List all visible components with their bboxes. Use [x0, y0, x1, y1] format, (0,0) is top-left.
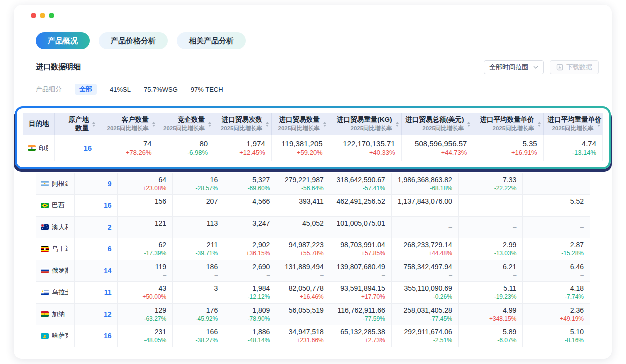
origin-count-value[interactable]: 11	[79, 288, 112, 296]
metric-cell: –	[523, 174, 590, 195]
column-header-7[interactable]: 进口贸易重量(KG)2025同比增长率	[329, 114, 402, 136]
metric-value[interactable]: 1,984	[228, 284, 270, 294]
metric-value[interactable]: 2,902	[228, 240, 270, 250]
country-label: 乌拉圭	[52, 288, 68, 297]
origin-count-value[interactable]: 16	[79, 202, 112, 210]
sort-icon[interactable]	[266, 122, 269, 127]
origin-count-value[interactable]: 14	[79, 267, 112, 275]
column-header-8[interactable]: 进口贸易总额(美元)2025同比增长率	[402, 114, 474, 136]
empty-value: –	[463, 224, 517, 231]
data-table-wrap: 阿根廷964+23.08%16-28.57%5,327-69.60%279,22…	[36, 173, 590, 348]
sort-icon[interactable]	[598, 122, 600, 127]
origin-count-value[interactable]: 9	[79, 180, 112, 188]
download-button[interactable]: 下载数据	[550, 60, 599, 74]
sort-icon[interactable]	[468, 122, 470, 127]
sort-icon[interactable]	[152, 122, 156, 127]
table-row[interactable]: 俄罗斯14119–186–2,690–131,889,494–139,807,6…	[36, 260, 590, 282]
column-header-10[interactable]: 进口平均重量单价2025同比增长率	[544, 114, 602, 136]
table-row[interactable]: 哈萨克斯坦16231-48.05%166-38.27%1,886-48.14%3…	[36, 326, 590, 347]
sort-icon[interactable]	[324, 122, 326, 127]
close-window-dot[interactable]	[31, 13, 36, 18]
growth-value: -0.26%	[396, 294, 452, 302]
metric-value[interactable]: 1,974	[218, 139, 266, 149]
metric-value: 5.11	[463, 284, 517, 294]
metric-value: 258,031,405.28	[396, 306, 452, 316]
filter-option-3[interactable]: 75.7%WSG	[144, 86, 178, 94]
metric-cell: 2.87-15.28%	[523, 238, 590, 260]
origin-count-value[interactable]: 16	[79, 332, 112, 340]
tab-2[interactable]: 产品价格分析	[99, 32, 168, 50]
metric-value[interactable]: 1,809	[228, 306, 270, 316]
growth-value: –	[527, 272, 584, 280]
metric-value: 207	[177, 197, 218, 206]
time-range-select[interactable]: 全部时间范围	[484, 60, 544, 74]
column-header-2[interactable]: 原产地数量	[55, 114, 98, 136]
column-header-9[interactable]: 进口平均数量单价2025同比增长率	[474, 114, 544, 136]
table-row[interactable]: 巴西16156–207–4,566–393,411–462,491,256.52…	[36, 195, 590, 216]
growth-value: -28.57%	[177, 185, 218, 193]
metric-value[interactable]: 5,327	[228, 176, 270, 185]
origin-count-value[interactable]: 16	[59, 144, 92, 152]
flag-ghana-icon	[41, 312, 49, 317]
zoom-window-dot[interactable]	[49, 13, 54, 18]
metric-value: 129	[122, 306, 166, 316]
metric-cell: 139,807,680.49–	[330, 260, 392, 282]
metric-value[interactable]: 4,566	[228, 197, 270, 206]
origin-count-cell: 16	[75, 326, 118, 347]
table-row[interactable]: 澳大利亚2121–113–3,247–45,052–101,005,075.01…	[36, 216, 590, 238]
growth-value: +49.19%	[527, 316, 584, 324]
metric-value: 116,762,911.66	[334, 306, 386, 316]
destination-cell: 澳大利亚	[36, 216, 75, 238]
column-header-6[interactable]: 进口贸易数量2025同比增长率	[272, 114, 329, 136]
metric-cell: 119,381,205+59.20%	[272, 136, 329, 162]
growth-value: +2.73%	[334, 337, 386, 345]
metric-cell: 1,886-48.14%	[224, 326, 276, 347]
table-row[interactable]: 乌干达662-17.39%211-39.71%2,902+36.15%94,98…	[36, 238, 590, 260]
column-header-3[interactable]: 客户数量2025同比增长率	[98, 114, 158, 136]
metric-cell: 166-38.27%	[173, 326, 224, 347]
metric-cell: 65,132,285.38+2.73%	[330, 326, 392, 347]
filter-option-1[interactable]: 全部	[75, 84, 97, 95]
metric-value: 122,170,135.71	[334, 139, 396, 149]
metric-cell: 279,221,987-56.64%	[276, 174, 330, 195]
column-title: 进口平均重量单价	[548, 116, 594, 124]
metric-cell: 5.89-6.07%	[458, 326, 523, 347]
column-header-5[interactable]: 进口贸易次数2025同比增长率	[214, 114, 272, 136]
metric-cell: 2.99-13.03%	[458, 238, 523, 260]
sort-icon[interactable]	[208, 122, 212, 127]
column-subtitle: 2025同比增长率	[334, 125, 392, 132]
empty-value: –	[396, 224, 452, 231]
table-row[interactable]: 加纳12129-63.27%176-45.92%1,809-78.90%56,0…	[36, 304, 590, 325]
metric-value[interactable]: 3,247	[228, 219, 270, 228]
highlighted-row-box: 目的地原产地数量客户数量2025同比增长率竞企数量2025同比增长率进口贸易次数…	[15, 106, 611, 170]
sort-icon[interactable]	[396, 122, 399, 127]
flag-uganda-icon	[41, 246, 49, 252]
column-header-4[interactable]: 竞企数量2025同比增长率	[158, 114, 214, 136]
sort-icon[interactable]	[92, 122, 96, 127]
filter-option-2[interactable]: 41%SL	[110, 86, 131, 94]
origin-count-value[interactable]: 12	[79, 310, 112, 318]
table-row[interactable]: 印度1674+78.26%80-6.98%1,974+12.45%119,381…	[23, 136, 603, 162]
metric-cell: 1,974+12.45%	[214, 136, 272, 162]
metric-value[interactable]: 2,690	[228, 262, 270, 272]
metric-cell: 116,762,911.66-77.59%	[330, 304, 392, 325]
metric-value: 121	[122, 219, 166, 228]
growth-value: -63.27%	[122, 316, 166, 324]
metric-value: 211	[177, 240, 218, 250]
metric-value: 5.52	[527, 197, 584, 206]
tab-1[interactable]: 产品概况	[36, 32, 90, 50]
table-row[interactable]: 乌拉圭1143+50.00%3–1,984-12.12%82,050,778+1…	[36, 282, 590, 304]
column-title: 进口贸易总额(美元)	[406, 116, 464, 124]
table-row[interactable]: 阿根廷964+23.08%16-28.57%5,327-69.60%279,22…	[36, 174, 590, 195]
sort-icon[interactable]	[538, 122, 541, 127]
metric-value: 2.36	[527, 306, 584, 316]
column-title: 进口贸易重量(KG)	[334, 116, 392, 124]
metric-cell: 2,690–	[224, 260, 276, 282]
tab-3[interactable]: 相关产品分析	[177, 32, 246, 50]
metric-value[interactable]: 1,886	[228, 328, 270, 337]
origin-count-value[interactable]: 6	[79, 245, 112, 253]
minimize-window-dot[interactable]	[40, 13, 46, 18]
growth-value: –	[280, 228, 324, 236]
origin-count-value[interactable]: 2	[79, 224, 112, 232]
filter-option-4[interactable]: 97% TECH	[191, 86, 224, 94]
